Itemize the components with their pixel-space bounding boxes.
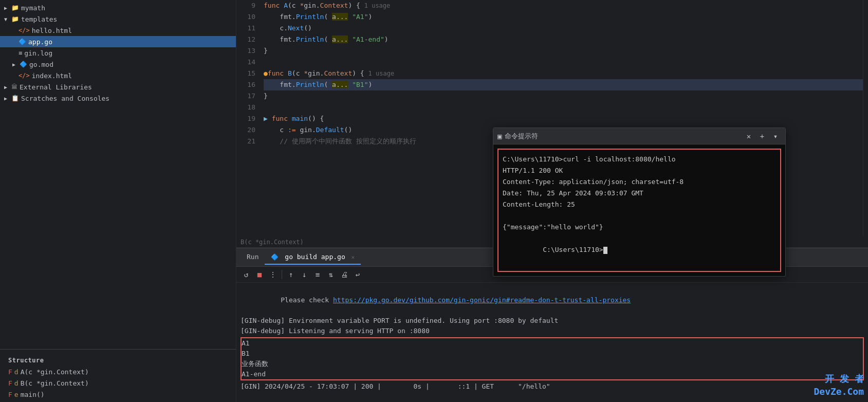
sidebar: ▶ 📁 mymath ▼ 📁 templates </> hello.html	[0, 0, 236, 402]
expand-arrow-templates: ▼	[4, 16, 10, 22]
terminal-line-5	[503, 210, 776, 222]
tree-label-hello-html: hello.html	[32, 27, 72, 34]
reload-button[interactable]: ↺	[241, 269, 252, 280]
tree-item-mymath[interactable]: ▶ 📁 mymath	[0, 2, 236, 13]
watermark-line2: DevZe.Com	[814, 385, 864, 398]
terminal-close-button[interactable]: ✕	[743, 131, 754, 142]
tree-item-external-libs[interactable]: ▶ 🏛 External Libraries	[0, 81, 236, 93]
structure-item-main[interactable]: F e main()	[4, 389, 236, 400]
expand-arrow-mymath: ▶	[4, 5, 10, 11]
terminal-controls: ✕ + ▾	[743, 131, 781, 142]
html-icon-index: </>	[19, 72, 30, 79]
code-line-12: fmt.Println( a... "A1-end")	[264, 34, 863, 45]
structure-label-a: A(c *gin.Context)	[21, 368, 89, 376]
scroll-up-button[interactable]: ↑	[285, 269, 297, 280]
tree-label-app-go: app.go	[28, 38, 52, 46]
scratches-icon: 📋	[11, 95, 19, 102]
more-button[interactable]: ⋮	[267, 269, 279, 280]
console-output: Please check https://pkg.go.dev/github.c…	[236, 283, 868, 402]
terminal-line-6: {"message":"hello world"}	[503, 222, 776, 233]
code-line-13: }	[264, 45, 863, 57]
code-line-19: ▶ func main() {	[264, 113, 863, 124]
console-line-link: Please check https://pkg.go.dev/github.c…	[241, 285, 864, 316]
mod-icon-go: 🔷	[20, 61, 27, 68]
code-line-15: ●func B(c *gin.Context) { 1 usage	[264, 68, 863, 79]
code-line-14	[264, 57, 863, 68]
terminal-line-0: C:\Users\11710>curl -i localhost:8080/he…	[503, 154, 776, 165]
scroll-gutter	[863, 0, 868, 236]
wrap-button[interactable]: ↩	[352, 269, 363, 280]
code-line-17: }	[264, 90, 863, 102]
expand-arrow-scratches: ▶	[4, 96, 10, 101]
folder-icon-templates: 📁	[11, 15, 19, 23]
tree-item-templates[interactable]: ▼ 📁 templates	[0, 13, 236, 25]
terminal-line-7: C:\Users\11710>	[503, 233, 776, 267]
lib-icon: 🏛	[11, 83, 17, 90]
console-line-listen: [GIN-debug] Listening and serving HTTP o…	[241, 326, 864, 336]
terminal-add-button[interactable]: +	[756, 131, 768, 142]
terminal-line-3: Date: Thu, 25 Apr 2024 09:03:07 GMT	[503, 188, 776, 199]
tree-label-mymath: mymath	[21, 4, 45, 12]
sidebar-divider	[0, 349, 236, 350]
highlighted-output-box: A1 B1 业务函数 A1-end	[241, 337, 864, 380]
console-line-a1end: A1-end	[242, 369, 863, 379]
breadcrumb-text: B(c *gin.Context)	[241, 239, 304, 246]
go-file-icon: 🔷	[271, 253, 279, 261]
html-icon-hello: </>	[19, 27, 30, 34]
tree-item-hello-html[interactable]: </> hello.html	[0, 25, 236, 36]
console-line-b1: B1	[242, 349, 863, 359]
kind-icon-main: e	[14, 391, 19, 398]
tree-label-index-html: index.html	[32, 72, 72, 80]
stop-button[interactable]: ■	[254, 269, 265, 280]
tree-item-gin-log[interactable]: ≡ gin.log	[0, 47, 236, 59]
terminal-cursor	[603, 247, 607, 254]
tree-item-go-mod[interactable]: ▶ 🔷 go.mod	[0, 59, 236, 70]
tree-item-scratches[interactable]: ▶ 📋 Scratches and Consoles	[0, 93, 236, 104]
structure-label-main: main()	[21, 391, 45, 398]
error-icon-a: F	[8, 368, 12, 376]
expand-arrow-ext-libs: ▶	[4, 84, 10, 90]
error-icon-b: F	[8, 379, 12, 387]
toolbar-divider	[282, 270, 282, 279]
folder-icon-mymath: 📁	[11, 4, 19, 11]
scroll-down-button[interactable]: ↓	[299, 269, 310, 280]
terminal-line-4: Content-Length: 25	[503, 199, 776, 210]
tree-item-index-html[interactable]: </> index.html	[0, 70, 236, 81]
structure-title: Structure	[4, 355, 236, 366]
filter-button[interactable]: ≡	[312, 269, 323, 280]
print-button[interactable]: 🖨	[339, 269, 350, 280]
terminal-overlay: ▣ 命令提示符 ✕ + ▾ C:\Users\11710>curl -i loc…	[493, 127, 786, 277]
kind-icon-b: d	[14, 379, 19, 387]
code-line-16: fmt.Println( a... "B1")	[264, 79, 863, 90]
tree-label-external-libs: External Libraries	[20, 83, 92, 91]
file-tree: ▶ 📁 mymath ▼ 📁 templates </> hello.html	[0, 0, 236, 348]
terminal-title-text: 命令提示符	[505, 132, 743, 141]
console-line-port: [GIN-debug] Environment variable PORT is…	[241, 316, 864, 326]
log-icon-gin: ≡	[19, 49, 22, 57]
expand-arrow-go-mod: ▶	[12, 62, 19, 67]
run-tab-label: Run	[247, 253, 258, 261]
structure-panel: Structure F d A(c *gin.Context) F d B(c …	[0, 351, 236, 402]
tree-label-gin-log: gin.log	[24, 49, 52, 57]
kind-icon-a: d	[14, 368, 19, 376]
structure-item-b[interactable]: F d B(c *gin.Context)	[4, 377, 236, 389]
watermark-line1: 开 发 者	[814, 372, 864, 385]
tree-label-scratches: Scratches and Consoles	[21, 95, 109, 102]
code-line-18	[264, 102, 863, 113]
terminal-line-2: Content-Type: application/json; charset=…	[503, 176, 776, 188]
tab-close-button[interactable]: ✕	[352, 254, 355, 261]
error-icon-main: F	[8, 391, 12, 398]
code-line-9: func A(c *gin.Context) { 1 usage	[264, 0, 863, 11]
terminal-line-1: HTTP/1.1 200 OK	[503, 165, 776, 176]
proxy-link[interactable]: https://pkg.go.dev/github.com/gin-gonic/…	[333, 296, 631, 304]
terminal-titlebar: ▣ 命令提示符 ✕ + ▾	[493, 128, 785, 144]
code-line-11: c.Next()	[264, 23, 863, 34]
build-tab[interactable]: 🔷 go build app.go ✕	[265, 250, 361, 265]
terminal-body: C:\Users\11710>curl -i localhost:8080/he…	[493, 144, 785, 276]
structure-item-a[interactable]: F d A(c *gin.Context)	[4, 366, 236, 377]
terminal-dropdown-button[interactable]: ▾	[770, 131, 781, 142]
sort-button[interactable]: ⇅	[325, 269, 337, 280]
tree-item-app-go[interactable]: 🔷 app.go	[0, 36, 236, 47]
go-icon-app: 🔷	[19, 38, 26, 45]
run-tab[interactable]: Run	[241, 250, 265, 265]
